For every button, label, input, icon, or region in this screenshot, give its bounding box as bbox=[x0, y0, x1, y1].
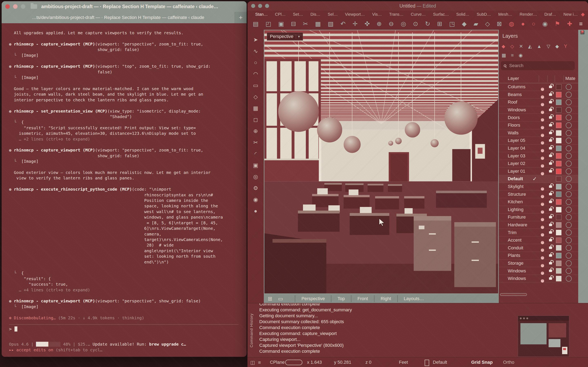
layers-horizontal-scrollbar[interactable] bbox=[500, 293, 527, 296]
layer-search-box[interactable] bbox=[501, 61, 575, 70]
toolbar-tab[interactable]: Stan… bbox=[255, 12, 268, 17]
toolbar-tab[interactable]: Render… bbox=[520, 12, 537, 17]
layer-color-swatch[interactable] bbox=[556, 184, 562, 189]
layer-material-circle[interactable] bbox=[566, 176, 572, 182]
gumball-icon[interactable]: ⊕ bbox=[253, 128, 258, 134]
list-icon[interactable]: ≡ bbox=[258, 360, 261, 365]
toolbar-tab[interactable]: Solid… bbox=[456, 12, 469, 17]
layer-color-swatch[interactable] bbox=[556, 107, 562, 113]
arc-tool-icon[interactable]: ◠ bbox=[253, 71, 258, 77]
layer-visibility-bulb[interactable] bbox=[541, 100, 545, 105]
layer-visibility-bulb[interactable] bbox=[541, 253, 545, 258]
close-button[interactable] bbox=[251, 4, 255, 8]
toolbar-tab[interactable]: Draf… bbox=[544, 12, 556, 17]
layer-row[interactable]: Windows ✓ bbox=[499, 267, 578, 275]
layer-lock-icon[interactable] bbox=[549, 224, 552, 226]
new-file-icon[interactable]: ▤ bbox=[253, 21, 259, 27]
layer-visibility-bulb[interactable] bbox=[541, 238, 545, 243]
layer-color-swatch[interactable] bbox=[556, 192, 562, 197]
list-view-icon[interactable]: ≡ bbox=[511, 53, 514, 58]
delete-layer-icon[interactable]: ✕ bbox=[519, 44, 523, 49]
four-view-icon[interactable]: ⊞ bbox=[437, 21, 442, 27]
viewport-grid-icon[interactable]: ⊞ bbox=[268, 296, 272, 302]
rectangle-tool-icon[interactable]: ▭ bbox=[253, 83, 258, 88]
layer-color-swatch[interactable] bbox=[556, 261, 562, 266]
layer-lock-icon[interactable] bbox=[549, 269, 552, 272]
layer-visibility-bulb[interactable] bbox=[541, 184, 545, 189]
layer-material-circle[interactable] bbox=[566, 199, 572, 205]
layer-row[interactable]: Layer 02 ✓ bbox=[499, 160, 578, 167]
layer-visibility-bulb[interactable] bbox=[541, 85, 545, 90]
layer-lock-icon[interactable] bbox=[549, 155, 552, 157]
toolbar-tab[interactable]: Trans… bbox=[389, 12, 403, 17]
minimize-button[interactable] bbox=[258, 4, 262, 8]
toolbar-tab[interactable]: Surfac… bbox=[433, 12, 449, 17]
layer-lock-icon[interactable] bbox=[549, 277, 552, 280]
layer-material-circle[interactable] bbox=[566, 168, 572, 174]
layer-color-swatch[interactable] bbox=[556, 276, 562, 281]
layer-visibility-bulb[interactable] bbox=[541, 115, 545, 120]
terminal-body[interactable]: All upgrades applied. Let me capture vie… bbox=[2, 23, 247, 357]
paste-icon[interactable]: ▧ bbox=[328, 21, 333, 27]
layer-lock-icon[interactable] bbox=[549, 247, 552, 249]
save-icon[interactable]: ▣ bbox=[278, 21, 284, 27]
match-layer-icon[interactable]: ◭ bbox=[528, 44, 532, 49]
layer-row[interactable]: Layer 04 ✓ bbox=[499, 145, 578, 152]
layer-visibility-bulb[interactable] bbox=[541, 123, 545, 128]
layer-tools-icon[interactable]: ◆ bbox=[555, 44, 559, 49]
zoom-button[interactable] bbox=[21, 4, 25, 9]
move-icon[interactable]: ✜ bbox=[365, 21, 370, 27]
layer-visibility-bulb[interactable] bbox=[541, 268, 545, 273]
viewport-tab[interactable]: Right bbox=[374, 295, 391, 302]
layer-lock-icon[interactable] bbox=[549, 262, 552, 264]
layer-color-swatch[interactable] bbox=[556, 207, 562, 212]
zoom-out-icon[interactable]: ⊖ bbox=[389, 21, 394, 27]
layer-row[interactable]: Kitchen ✓ bbox=[499, 198, 578, 206]
layer-lock-icon[interactable] bbox=[549, 239, 552, 242]
layer-visibility-bulb[interactable] bbox=[541, 108, 545, 113]
layer-color-swatch[interactable] bbox=[556, 92, 562, 98]
layer-row[interactable]: Storage ✓ bbox=[499, 259, 578, 267]
viewport-tab[interactable]: Top bbox=[331, 295, 345, 302]
layer-color-swatch[interactable] bbox=[556, 245, 562, 250]
layer-lock-icon[interactable] bbox=[549, 147, 552, 150]
layer-material-circle[interactable] bbox=[566, 237, 572, 243]
layer-lock-icon[interactable] bbox=[549, 132, 552, 134]
ortho-toggle[interactable]: Ortho bbox=[503, 360, 514, 365]
layer-material-circle[interactable] bbox=[566, 260, 572, 266]
layer-visibility-bulb[interactable] bbox=[541, 245, 545, 250]
layer-visibility-bulb[interactable] bbox=[541, 207, 545, 212]
layer-row[interactable]: Conduit ✓ bbox=[499, 244, 578, 252]
layer-material-circle[interactable] bbox=[566, 92, 572, 98]
layer-lock-icon[interactable] bbox=[549, 109, 552, 111]
render-ball-icon[interactable]: ◍ bbox=[509, 21, 514, 27]
layer-visibility-bulb[interactable] bbox=[541, 215, 545, 220]
toolbar-tab[interactable]: Vis… bbox=[372, 12, 382, 17]
gear-icon[interactable]: ⚙ bbox=[253, 185, 258, 191]
box-tool-icon[interactable]: ◻ bbox=[253, 117, 258, 123]
zoom-button[interactable] bbox=[265, 4, 269, 8]
layer-row[interactable]: Doors ✓ bbox=[499, 114, 578, 122]
panel-tab-flag-icon[interactable]: ⚑ bbox=[580, 30, 585, 34]
grid-snap-toggle[interactable]: Grid Snap bbox=[471, 360, 493, 365]
layer-visibility-bulb[interactable] bbox=[541, 131, 545, 136]
layer-lock-icon[interactable] bbox=[549, 116, 552, 119]
grid-view-icon[interactable]: ▦ bbox=[502, 53, 506, 58]
search-input[interactable] bbox=[509, 63, 572, 68]
cplane-label[interactable]: CPlane bbox=[270, 360, 285, 365]
layer-lock-icon[interactable] bbox=[549, 124, 552, 126]
viewport-single-icon[interactable]: ▭ bbox=[278, 296, 283, 302]
toolbar-tab[interactable]: Mesh… bbox=[498, 12, 512, 17]
layer-lock-icon[interactable] bbox=[549, 193, 552, 195]
surface-tools-icon[interactable]: ◆ bbox=[462, 21, 467, 27]
layer-row[interactable]: Lighting ✓ bbox=[499, 206, 578, 214]
torus-icon[interactable]: ○ bbox=[532, 21, 535, 27]
cut-icon[interactable]: ✂ bbox=[303, 21, 308, 27]
cplane-icon[interactable]: ◳ bbox=[449, 21, 455, 27]
cplane-pill[interactable] bbox=[285, 360, 302, 365]
wireframe-mode-icon[interactable]: ◇ bbox=[485, 21, 490, 27]
menu-icon[interactable]: ≡ bbox=[579, 21, 583, 27]
layer-visibility-bulb[interactable] bbox=[541, 154, 545, 158]
layer-visibility-bulb[interactable] bbox=[541, 223, 545, 227]
layer-row[interactable]: Windows ✓ bbox=[499, 106, 578, 114]
